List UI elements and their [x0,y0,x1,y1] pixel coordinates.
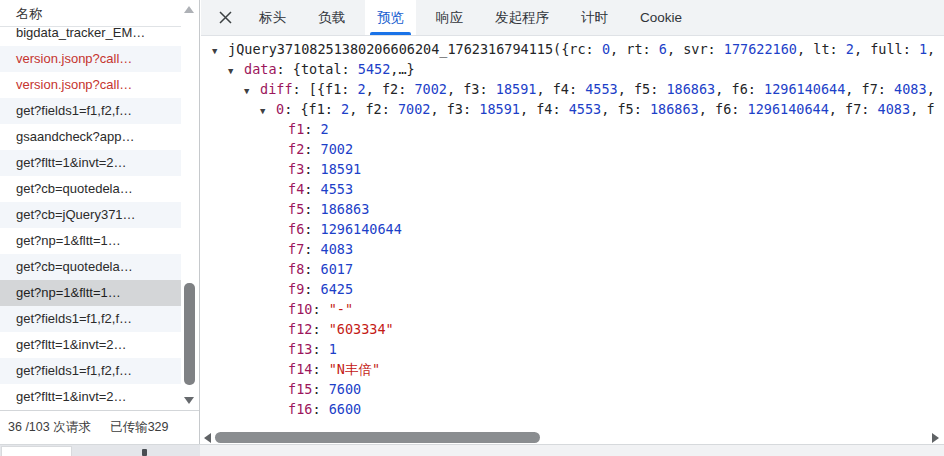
tab-payload[interactable]: 负载 [306,0,357,35]
tree-row: ▼0: {f1: 2, f2: 7002, f3: 18591, f4: 455… [201,99,944,119]
tree-row: f9: 6425 [201,279,944,299]
tree-token: 4083 [894,81,927,97]
tree-token: f3 [288,161,304,177]
horizontal-scrollbar-thumb[interactable] [215,432,540,443]
request-item[interactable]: get?np=1&fltt=1… [0,280,182,306]
vertical-scrollbar-thumb[interactable] [184,283,195,385]
tree-token: , f2: [366,81,415,97]
tree-token: 18591 [479,101,520,117]
request-item[interactable]: version.jsonp?call… [0,72,182,98]
tree-token: : [304,241,320,257]
tree-token: 7002 [321,141,354,157]
tree-token: f1 [288,121,304,137]
tree-token: 7002 [414,81,447,97]
request-item[interactable]: get?cb=quotedela… [0,254,182,280]
tree-token: 4083 [321,241,354,257]
tree-token: 2 [846,41,854,57]
request-item[interactable]: bigdata_tracker_EM… [0,27,182,46]
tree-row: f14: "N丰倍" [201,359,944,379]
tree-token: : {total: [277,61,358,77]
tree-token: : [312,341,328,357]
tree-token: : [{f1: [293,81,358,97]
scroll-down-arrow-icon[interactable] [184,397,194,404]
tree-token: , f4: [536,81,585,97]
tree-row: f6: 1296140644 [201,219,944,239]
tree-token: 6425 [321,281,354,297]
left-vertical-scrollbar[interactable] [181,0,198,410]
tree-token: f12 [288,321,312,337]
request-item[interactable]: get?fltt=1&invt=2… [0,150,182,176]
tree-token: data [244,61,277,77]
request-item[interactable]: get?fltt=1&invt=2… [0,384,182,410]
tree-token: f8 [288,261,304,277]
tab-cookie[interactable]: Cookie [628,0,694,35]
scroll-right-arrow-icon[interactable] [932,433,939,443]
tree-token: 4553 [569,101,602,117]
close-button[interactable] [211,0,239,35]
tree-token: , f2: [349,101,398,117]
tree-token: , f4: [520,101,569,117]
tab-initiator[interactable]: 发起程序 [483,0,561,35]
detail-tabbar: 标头负载预览响应发起程序计时Cookie [201,0,944,36]
request-item[interactable]: get?np=1&fltt=1… [0,228,182,254]
tree-token: 4553 [585,81,618,97]
request-item[interactable]: get?cb=quotedela… [0,176,182,202]
tree-token: 5452 [358,61,391,77]
request-item[interactable]: get?cb=jQuery371… [0,202,182,228]
tab-headers[interactable]: 标头 [247,0,298,35]
tree-token: "603334" [329,321,394,337]
preview-tree: ▼jQuery37108251380206606204_176231679411… [201,37,944,431]
tree-token: : [312,301,328,317]
tree-token: 2 [341,101,349,117]
tree-token: f9 [288,281,304,297]
tree-token: : [304,221,320,237]
tab-timing[interactable]: 计时 [569,0,620,35]
tree-token: : [304,161,320,177]
request-list-panel: 名称 bigdata_tracker_EM…version.jsonp?call… [0,0,200,444]
tree-token: 7002 [398,101,431,117]
tree-token: : [304,141,320,157]
tree-token: 2 [358,81,366,97]
tree-token: 0 [602,41,610,57]
tree-row: f15: 7600 [201,379,944,399]
name-column-header[interactable]: 名称 [0,0,182,27]
expand-arrow-icon[interactable]: ▼ [228,61,244,81]
tree-token: 186863 [650,101,699,117]
tree-row: f12: "603334" [201,319,944,339]
tree-token: : [304,121,320,137]
tree-token: f6 [288,221,304,237]
tab-preview[interactable]: 预览 [365,0,416,35]
request-item[interactable]: get?fields1=f1,f2,f… [0,306,182,332]
tree-token: 186863 [666,81,715,97]
horizontal-scrollbar[interactable] [201,430,944,445]
request-item[interactable]: get?fields1=f1,f2,f… [0,98,182,124]
tree-token: 18591 [321,161,362,177]
tree-token: , lt: [797,41,846,57]
tree-token: "-" [329,301,353,317]
scroll-up-arrow-icon[interactable] [184,6,194,13]
tree-token: , [927,41,935,57]
devtools-network-panel: 名称 bigdata_tracker_EM…version.jsonp?call… [0,0,944,456]
drawer-tab-edge[interactable] [1,446,72,456]
tree-token: : {f1: [284,101,341,117]
request-detail-panel: 标头负载预览响应发起程序计时Cookie ▼jQuery371082513802… [201,0,944,444]
tree-token: jQuery37108251380206606204_1762316794115… [228,41,602,57]
tree-token: f16 [288,401,312,417]
tab-response[interactable]: 响应 [424,0,475,35]
tree-token: , f7: [829,101,878,117]
scroll-left-arrow-icon[interactable] [204,433,211,443]
tree-token: 6017 [321,261,354,277]
tree-token: 6600 [329,401,362,417]
request-item[interactable]: version.jsonp?call… [0,46,182,72]
tree-token: , full: [854,41,919,57]
expand-arrow-icon[interactable]: ▼ [244,81,260,101]
request-item[interactable]: get?fields1=f1,f2,f… [0,358,182,384]
tree-token: : [304,181,320,197]
expand-arrow-icon[interactable]: ▼ [212,41,228,61]
tree-token: : [312,361,328,377]
tree-token: 2 [321,121,329,137]
expand-arrow-icon[interactable]: ▼ [260,101,276,121]
request-item[interactable]: gsaandcheck?app… [0,124,182,150]
request-count-text: 36 /103 次请求 [8,420,91,434]
request-item[interactable]: get?fltt=1&invt=2… [0,332,182,358]
